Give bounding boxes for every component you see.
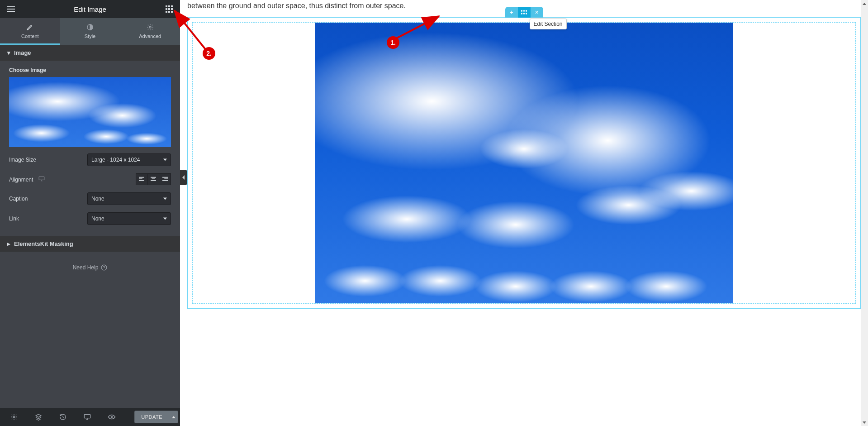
update-options-button[interactable] (169, 411, 178, 423)
scroll-up-button[interactable] (861, 0, 868, 7)
gear-icon (10, 413, 18, 421)
image-size-label: Image Size (9, 157, 36, 163)
panel-body: ▾ Image Choose Image Image Size Large - … (0, 45, 180, 408)
svg-point-1 (149, 26, 151, 28)
align-left-icon (138, 177, 145, 182)
delete-section-button[interactable]: × (531, 7, 543, 18)
section-controls: + × (505, 7, 543, 18)
plus-icon: + (509, 9, 513, 16)
sky-image[interactable] (315, 23, 733, 303)
close-icon: × (535, 9, 538, 16)
image-thumbnail[interactable] (9, 77, 171, 147)
panel-tabs: Content Style Advanced (0, 18, 180, 45)
alignment-label: Alignment (9, 176, 45, 183)
gear-icon (147, 24, 154, 31)
section-image-body: Choose Image Image Size Large - 1024 x 1… (0, 61, 180, 236)
image-size-value: Large - 1024 x 1024 (91, 157, 140, 163)
update-button[interactable]: UPDATE (134, 411, 169, 423)
link-value: None (91, 215, 104, 222)
responsive-button[interactable] (75, 408, 100, 426)
align-right-icon (162, 177, 168, 182)
editor-panel: Edit Image Content Style Advanced ▾ Imag… (0, 0, 180, 426)
edit-section-tooltip: Edit Section (530, 19, 567, 29)
chevron-down-icon (863, 421, 866, 424)
choose-image-label: Choose Image (9, 67, 171, 73)
navigator-button[interactable] (26, 408, 51, 426)
section-frame[interactable]: + × Edit Section (187, 17, 861, 309)
panel-header: Edit Image (0, 0, 180, 18)
link-select[interactable]: None (87, 212, 171, 225)
svg-rect-5 (84, 415, 90, 418)
caption-value: None (91, 196, 104, 202)
svg-rect-2 (39, 177, 44, 180)
add-section-button[interactable]: + (505, 7, 518, 18)
history-button[interactable] (51, 408, 75, 426)
tab-style[interactable]: Style (60, 18, 120, 45)
section-masking-title: ElementsKit Masking (14, 240, 73, 247)
responsive-icon (84, 413, 91, 421)
annotation-badge-1: 1. (387, 36, 399, 49)
contrast-icon (86, 24, 94, 31)
history-icon (59, 413, 66, 421)
svg-point-4 (13, 416, 15, 418)
eye-icon (108, 414, 116, 420)
panel-title: Edit Image (20, 5, 160, 13)
help-circle-icon (101, 264, 107, 271)
layers-icon (35, 413, 42, 421)
align-center-icon (150, 177, 157, 182)
settings-button[interactable] (2, 408, 26, 426)
need-help-label: Need Help (73, 264, 99, 271)
canvas-area: between the ground and outer space, thus… (180, 0, 868, 426)
tab-style-label: Style (85, 34, 95, 39)
section-image-title: Image (14, 49, 31, 56)
tab-content[interactable]: Content (0, 18, 60, 45)
chevron-up-icon (863, 3, 866, 5)
align-left-button[interactable] (136, 173, 147, 185)
caret-down-icon: ▾ (7, 49, 10, 56)
caret-right-icon: ▸ (7, 240, 10, 247)
preview-button[interactable] (100, 408, 124, 426)
drag-dots-icon (521, 10, 527, 14)
align-right-button[interactable] (159, 173, 171, 185)
scroll-down-button[interactable] (861, 419, 868, 426)
section-masking-header[interactable]: ▸ ElementsKit Masking (0, 236, 180, 252)
caret-up-icon (172, 416, 175, 418)
caret-down-icon (163, 198, 167, 200)
edit-section-button[interactable] (518, 7, 531, 18)
hamburger-icon (7, 6, 15, 12)
desktop-icon (38, 176, 45, 182)
align-center-button[interactable] (147, 173, 159, 185)
need-help[interactable]: Need Help (0, 252, 180, 283)
tab-advanced-label: Advanced (139, 34, 161, 39)
menu-button[interactable] (2, 0, 20, 18)
pencil-icon (26, 24, 33, 31)
caret-down-icon (163, 218, 167, 220)
vertical-scrollbar[interactable] (861, 0, 868, 426)
annotation-badge-2: 2. (203, 47, 215, 60)
section-image-header[interactable]: ▾ Image (0, 45, 180, 61)
tab-advanced[interactable]: Advanced (120, 18, 180, 45)
image-size-select[interactable]: Large - 1024 x 1024 (87, 153, 171, 166)
caption-select[interactable]: None (87, 192, 171, 205)
tab-content-label: Content (21, 34, 39, 39)
link-label: Link (9, 215, 19, 222)
alignment-group (136, 173, 171, 185)
svg-point-6 (111, 416, 113, 418)
column-frame[interactable] (192, 22, 856, 304)
caret-down-icon (163, 159, 167, 161)
widgets-grid-button[interactable] (160, 0, 178, 18)
panel-footer: UPDATE (0, 408, 180, 426)
apps-grid-icon (166, 5, 173, 13)
caption-label: Caption (9, 196, 28, 202)
